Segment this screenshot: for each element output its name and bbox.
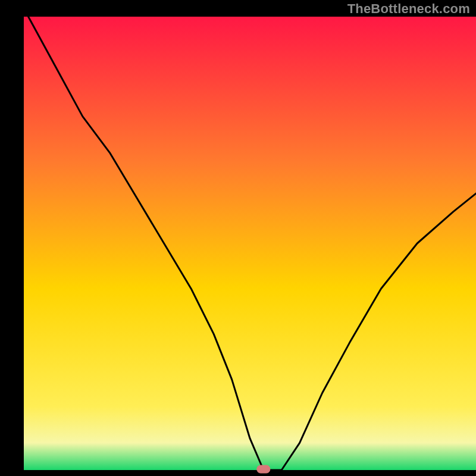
optimal-point-marker	[257, 465, 270, 473]
chart-svg	[0, 0, 476, 476]
chart-stage: TheBottleneck.com	[0, 0, 476, 476]
plot-background	[24, 17, 476, 470]
